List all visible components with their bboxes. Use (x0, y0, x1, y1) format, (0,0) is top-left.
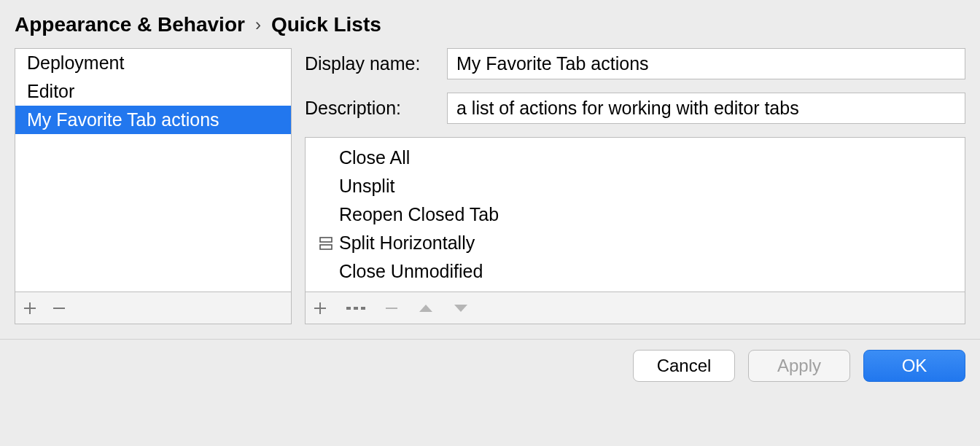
breadcrumb-parent[interactable]: Appearance & Behavior (15, 13, 245, 36)
actions-listbox[interactable]: Close All Unsplit Reopen Closed Tab Spli… (305, 137, 965, 292)
add-action-icon[interactable] (313, 301, 327, 316)
move-up-icon[interactable] (418, 301, 434, 316)
remove-action-icon[interactable] (384, 301, 399, 316)
svg-rect-6 (386, 308, 397, 309)
svg-rect-1 (320, 238, 332, 242)
action-item[interactable]: Close All (306, 144, 965, 172)
action-item[interactable]: Reopen Closed Tab (306, 200, 965, 229)
description-input[interactable] (447, 93, 965, 124)
cancel-button[interactable]: Cancel (633, 350, 735, 382)
list-item[interactable]: Editor (15, 77, 291, 106)
list-item[interactable]: My Favorite Tab actions (15, 106, 291, 134)
add-icon[interactable] (23, 301, 37, 316)
description-label: Description: (305, 98, 447, 119)
breadcrumb-current: Quick Lists (271, 13, 381, 36)
quick-lists-toolbar (15, 292, 292, 324)
dialog-footer: Cancel Apply OK (0, 340, 980, 392)
split-horizontal-icon (313, 235, 339, 251)
add-separator-icon[interactable] (346, 301, 365, 316)
action-item[interactable]: Close Unmodified (306, 257, 965, 286)
actions-toolbar (305, 292, 965, 324)
apply-button: Apply (748, 350, 850, 382)
svg-rect-5 (361, 307, 365, 310)
action-item[interactable]: Split Horizontally (306, 229, 965, 257)
action-label: Split Horizontally (339, 232, 475, 254)
display-name-label: Display name: (305, 53, 447, 74)
remove-icon[interactable] (52, 301, 66, 316)
action-item[interactable]: Unsplit (306, 172, 965, 200)
details-panel: Display name: Description: Close All Uns… (305, 48, 965, 324)
action-label: Unsplit (339, 176, 394, 197)
action-label: Close All (339, 147, 410, 168)
svg-rect-4 (354, 307, 358, 310)
move-down-icon[interactable] (453, 301, 469, 316)
action-label: Reopen Closed Tab (339, 204, 499, 225)
display-name-input[interactable] (447, 48, 965, 79)
svg-rect-0 (53, 308, 65, 309)
list-item[interactable]: Deployment (15, 49, 291, 77)
action-label: Close Unmodified (339, 261, 483, 282)
svg-rect-2 (320, 245, 332, 249)
quick-lists-listbox[interactable]: Deployment Editor My Favorite Tab action… (15, 48, 292, 292)
breadcrumb: Appearance & Behavior › Quick Lists (0, 0, 980, 48)
ok-button[interactable]: OK (863, 350, 965, 382)
quick-lists-panel: Deployment Editor My Favorite Tab action… (15, 48, 292, 324)
svg-rect-3 (346, 307, 351, 310)
chevron-right-icon: › (255, 15, 261, 35)
